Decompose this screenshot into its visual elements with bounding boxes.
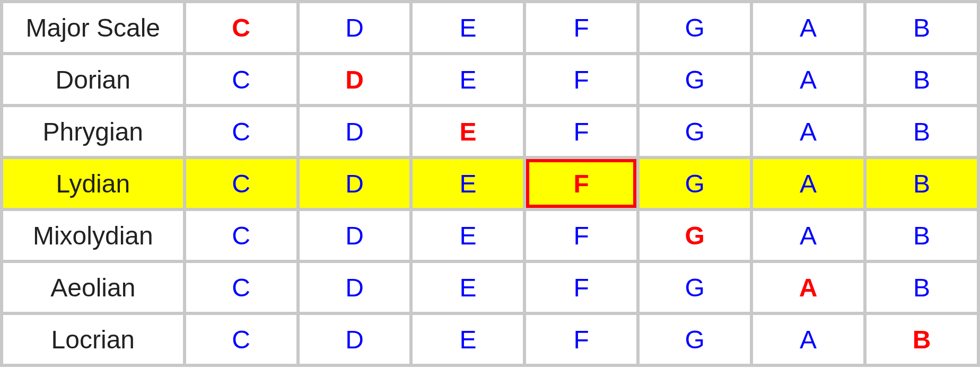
note-cell: A	[753, 211, 863, 260]
note-cell: G	[640, 315, 750, 364]
note-cell: D	[300, 315, 410, 364]
table-row: Mixolydian C D E F G A B	[3, 211, 977, 260]
note-cell: B	[867, 315, 977, 364]
note-cell: B	[867, 107, 977, 156]
note-cell: G	[640, 3, 750, 52]
note-cell: A	[753, 315, 863, 364]
note-cell: E	[413, 315, 523, 364]
note-cell: E	[413, 107, 523, 156]
note-cell: F	[526, 55, 636, 104]
note-cell: C	[186, 3, 296, 52]
note-cell: F	[526, 263, 636, 312]
table-row: Locrian C D E F G A B	[3, 315, 977, 364]
note-cell: G	[640, 263, 750, 312]
note-cell: F	[526, 107, 636, 156]
note-cell: G	[640, 159, 750, 208]
table-row: Dorian C D E F G A B	[3, 55, 977, 104]
note-cell: B	[867, 211, 977, 260]
note-cell: C	[186, 315, 296, 364]
note-cell: F	[526, 3, 636, 52]
note-cell: D	[300, 3, 410, 52]
note-cell: F	[526, 315, 636, 364]
note-cell: G	[640, 211, 750, 260]
note-cell: E	[413, 55, 523, 104]
note-cell: A	[753, 107, 863, 156]
note-cell: E	[413, 3, 523, 52]
note-cell: B	[867, 55, 977, 104]
mode-name-cell: Major Scale	[3, 3, 183, 52]
table-row: Major Scale C D E F G A B	[3, 3, 977, 52]
note-cell: C	[186, 107, 296, 156]
table-row: Aeolian C D E F G A B	[3, 263, 977, 312]
table-row: Phrygian C D E F G A B	[3, 107, 977, 156]
table-row-highlighted: Lydian C D E F G A B	[3, 159, 977, 208]
modes-table: Major Scale C D E F G A B Dorian C D E F…	[0, 0, 980, 367]
note-cell: D	[300, 107, 410, 156]
note-cell-highlighted: F	[526, 159, 636, 208]
note-cell: B	[867, 3, 977, 52]
mode-name-cell: Phrygian	[3, 107, 183, 156]
note-cell: D	[300, 211, 410, 260]
mode-name-cell: Locrian	[3, 315, 183, 364]
note-cell: B	[867, 263, 977, 312]
mode-name-cell: Aeolian	[3, 263, 183, 312]
note-cell: A	[753, 159, 863, 208]
note-cell: B	[867, 159, 977, 208]
note-cell: A	[753, 263, 863, 312]
note-cell: C	[186, 159, 296, 208]
mode-name-cell: Mixolydian	[3, 211, 183, 260]
note-cell: C	[186, 263, 296, 312]
note-cell: C	[186, 55, 296, 104]
note-cell: D	[300, 55, 410, 104]
note-cell: G	[640, 107, 750, 156]
note-cell: A	[753, 55, 863, 104]
note-cell: D	[300, 263, 410, 312]
note-cell: A	[753, 3, 863, 52]
note-cell: E	[413, 159, 523, 208]
note-cell: E	[413, 263, 523, 312]
note-cell: E	[413, 211, 523, 260]
mode-name-cell: Lydian	[3, 159, 183, 208]
note-cell: F	[526, 211, 636, 260]
note-cell: D	[300, 159, 410, 208]
note-cell: C	[186, 211, 296, 260]
mode-name-cell: Dorian	[3, 55, 183, 104]
note-cell: G	[640, 55, 750, 104]
